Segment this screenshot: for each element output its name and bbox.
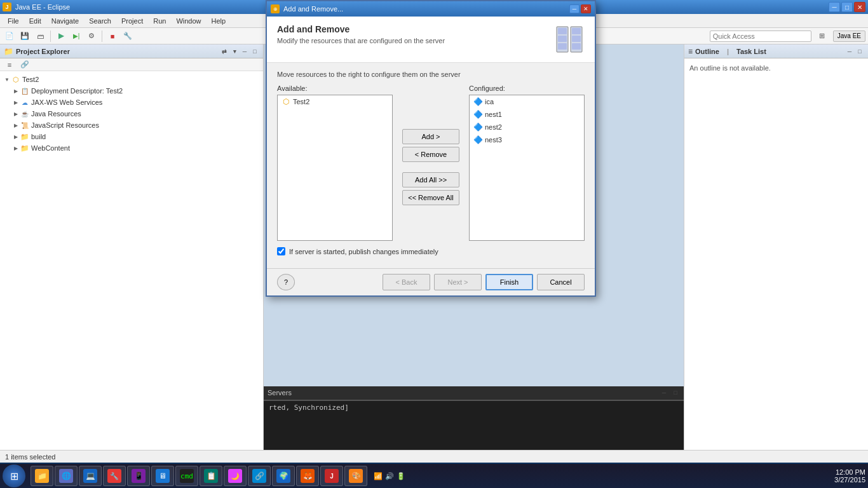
tree-item-jaxws[interactable]: ▶ ☁ JAX-WS Web Services [0, 97, 263, 108]
project-icon: ⬡ [11, 75, 20, 84]
java-ee-perspective[interactable]: Java EE [833, 30, 865, 42]
next-button[interactable]: Next > [434, 274, 482, 290]
terminal-icon: cmd [180, 469, 194, 483]
tree-item-java[interactable]: ▶ ☕ Java Resources [0, 108, 263, 119]
dialog-minimize[interactable]: ─ [569, 4, 580, 13]
console-minimize[interactable]: ─ [660, 388, 668, 397]
taskbar-link[interactable]: 🔗 [248, 466, 271, 486]
menu-project[interactable]: Project [116, 16, 148, 26]
collapse-button[interactable]: ▾ [230, 47, 239, 56]
configured-item-nest1[interactable]: 🔷 nest1 [470, 108, 584, 121]
link-editor-btn[interactable]: 🔗 [18, 58, 32, 71]
ide-icon: 🔧 [107, 469, 121, 483]
taskbar-globe[interactable]: 🌍 [272, 466, 295, 486]
available-label: Available: [277, 85, 393, 92]
tree-item-descriptor[interactable]: ▶ 📋 Deployment Descriptor: Test2 [0, 85, 263, 97]
available-list[interactable]: ⬡ Test2 [277, 95, 393, 241]
start-button[interactable]: ⊞ [3, 464, 25, 487]
profile-button[interactable]: ⚙ [85, 30, 98, 43]
add-button[interactable]: Add > [402, 129, 459, 144]
outline-icon: ≡ [688, 47, 693, 56]
add-remove-dialog: ⊕ Add and Remove... ─ ✕ Add and Remove M… [266, 0, 596, 297]
configured-item-nest2[interactable]: 🔷 nest2 [470, 121, 584, 133]
project-explorer-icon: 📁 [4, 47, 13, 56]
minimize-button[interactable]: ─ [829, 2, 840, 12]
help-button[interactable]: ? [277, 274, 295, 290]
sync-button[interactable]: ⇄ [220, 47, 229, 56]
taskbar-app3[interactable]: 📋 [200, 466, 222, 486]
outline-minimize[interactable]: ─ [845, 47, 854, 56]
menu-help[interactable]: Help [207, 16, 231, 26]
minimize-panel-button[interactable]: ─ [240, 47, 249, 56]
taskbar-terminal[interactable]: cmd [175, 466, 198, 486]
close-button[interactable]: ✕ [854, 2, 865, 12]
debug-button[interactable]: ▶| [69, 30, 83, 43]
remove-button[interactable]: < Remove [402, 147, 459, 162]
maximize-panel-button[interactable]: □ [250, 47, 259, 56]
taskbar-browser2[interactable]: 💻 [79, 466, 102, 486]
collapse-all-btn[interactable]: ≡ [3, 58, 17, 71]
tree-item-webcontent[interactable]: ▶ 📁 WebContent [0, 142, 263, 154]
menu-run[interactable]: Run [148, 16, 171, 26]
remove-all-button[interactable]: << Remove All [402, 190, 459, 205]
quick-access-input[interactable] [710, 30, 811, 42]
svg-rect-2 [558, 36, 567, 42]
configured-list[interactable]: 🔷 ica 🔷 nest1 🔷 nest2 🔷 [469, 95, 585, 241]
tree-label-js: JavaScript Resources [31, 121, 99, 129]
project-tree: ▼ ⬡ Test2 ▶ 📋 Deployment Descriptor: Tes… [0, 71, 263, 450]
dialog-heading: Add and Remove [277, 24, 445, 34]
menu-search[interactable]: Search [84, 16, 116, 26]
taskbar-eclipse[interactable]: 🌙 [224, 466, 247, 486]
publish-checkbox[interactable] [277, 247, 285, 255]
browser2-icon: 💻 [83, 469, 97, 483]
taskbar-paint[interactable]: 🎨 [344, 466, 367, 486]
console-maximize[interactable]: □ [671, 388, 680, 397]
bottom-console: Servers ─ □ rted, Synchronized] [264, 386, 684, 450]
save-all-button[interactable]: 🗃 [33, 30, 47, 43]
tree-item-build[interactable]: ▶ 📁 build [0, 131, 263, 142]
taskbar-firefox[interactable]: 🦊 [296, 466, 319, 486]
outline-title: Outline [695, 48, 719, 55]
console-content: rted, Synchronized] [264, 400, 684, 450]
stop-button[interactable]: ■ [105, 30, 119, 43]
menu-file[interactable]: File [3, 16, 24, 26]
paint-icon: 🎨 [349, 469, 363, 483]
dialog-title-controls: ─ ✕ [569, 4, 591, 13]
run-button[interactable]: ▶ [54, 30, 68, 43]
app-icon: J [3, 3, 11, 11]
menu-edit[interactable]: Edit [24, 16, 46, 26]
tools-button[interactable]: 🔧 [121, 30, 135, 43]
tree-arrow-build: ▶ [13, 133, 19, 140]
taskbar-browser1[interactable]: 🌐 [55, 466, 78, 486]
available-item-test2[interactable]: ⬡ Test2 [278, 95, 392, 108]
taskbar-ide[interactable]: 🔧 [103, 466, 126, 486]
back-button[interactable]: < Back [383, 274, 430, 290]
add-all-button[interactable]: Add All >> [402, 172, 459, 187]
outline-maximize[interactable]: □ [855, 47, 864, 56]
maximize-button[interactable]: □ [841, 2, 853, 12]
taskbar-app1[interactable]: 📱 [127, 466, 150, 486]
configured-item-ica[interactable]: 🔷 ica [470, 95, 584, 108]
folder-web-icon: 📁 [20, 144, 29, 152]
tree-label-test2: Test2 [22, 76, 39, 83]
save-button[interactable]: 💾 [18, 30, 32, 43]
servers-tab[interactable]: Servers ─ □ [264, 386, 684, 400]
menu-navigate[interactable]: Navigate [46, 16, 84, 26]
files-icon: 📁 [35, 469, 49, 483]
configured-item-nest3[interactable]: 🔷 nest3 [470, 133, 584, 146]
taskbar-java[interactable]: J [320, 466, 343, 486]
svg-rect-3 [558, 43, 567, 50]
new-button[interactable]: 📄 [3, 30, 17, 43]
available-section: Available: ⬡ Test2 [277, 85, 393, 241]
taskbar-app2[interactable]: 🖥 [151, 466, 174, 486]
cancel-button[interactable]: Cancel [537, 274, 585, 290]
menu-window[interactable]: Window [171, 16, 206, 26]
dialog-close[interactable]: ✕ [581, 4, 591, 13]
finish-button[interactable]: Finish [485, 274, 533, 290]
configured-label: Configured: [469, 85, 585, 92]
tree-item-test2[interactable]: ▼ ⬡ Test2 [0, 74, 263, 85]
taskbar-files[interactable]: 📁 [31, 466, 53, 486]
open-perspective-button[interactable]: ⊞ [815, 30, 829, 43]
outline-panel: ≡ Outline | Task List ─ □ An outline is … [684, 44, 868, 450]
tree-item-js[interactable]: ▶ 📜 JavaScript Resources [0, 119, 263, 131]
